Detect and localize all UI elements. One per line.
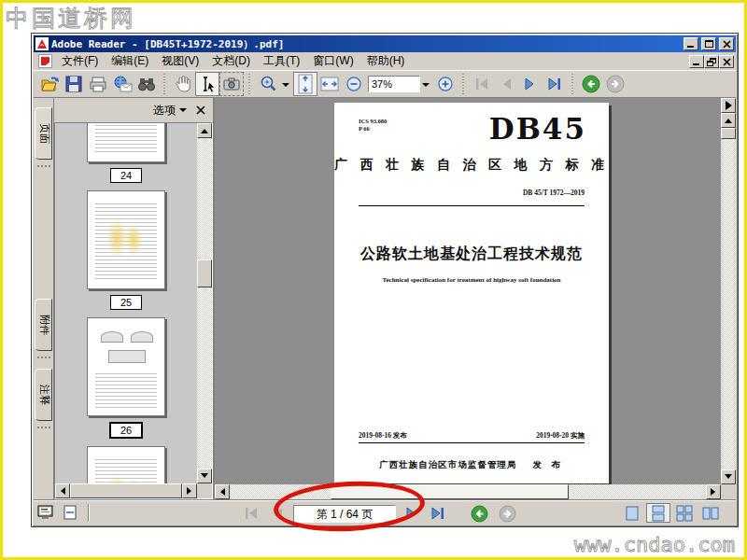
fit-width-button[interactable] [317,72,342,96]
standard-title: 广 西 壮 族 自 治 区 地 方 标 准 [334,157,609,174]
hand-tool-button[interactable] [171,72,195,96]
single-page-layout-button[interactable] [620,503,644,523]
document-vertical-scrollbar[interactable] [721,98,736,484]
thumbnail-page-25[interactable] [87,190,165,289]
email-button[interactable] [110,72,134,96]
tab-comments[interactable]: 注释 [35,369,52,421]
thumbnail-page-26[interactable] [87,317,165,416]
maximize-button[interactable] [701,37,716,50]
adobe-reader-app-icon [35,37,49,50]
scrollbar-corner [197,483,212,498]
facing-layout-icon [701,505,720,522]
scroll-right-button[interactable] [182,483,197,498]
scroll-up-button[interactable] [197,123,212,138]
publish-label: 发 布 [533,460,564,469]
minimize-button[interactable] [684,37,698,50]
zoom-tool-dropdown-icon[interactable] [282,83,289,91]
menu-help[interactable]: 帮助(H) [360,52,412,70]
zoom-level-dropdown-icon[interactable] [422,83,430,91]
zoom-in-button[interactable] [433,72,458,96]
watermark-site-name: 中国道桥网 [6,3,136,34]
open-folder-icon [39,75,60,93]
text-select-icon [198,75,217,93]
page-view-button[interactable] [62,505,78,521]
search-button[interactable] [134,72,159,96]
zoom-tool-button[interactable] [256,72,280,96]
scrollbar-thumb[interactable] [197,259,212,287]
first-page-icon [473,77,490,91]
print-button[interactable] [86,72,110,96]
go-forward-button[interactable] [603,72,627,96]
hand-icon [175,75,191,93]
pdf-cover-page: ICS 93.080 P 66 DB45 广 西 壮 族 自 治 区 地 方 标… [334,103,609,483]
scrollbar-thumb[interactable] [70,483,182,498]
save-floppy-icon [64,75,83,93]
scroll-up-button[interactable] [721,113,736,128]
next-page-button[interactable] [518,72,543,96]
thumbnail-vertical-scrollbar[interactable] [197,123,212,483]
scroll-down-button[interactable] [197,469,212,483]
tab-grip [37,427,50,431]
thumbnail-horizontal-scrollbar[interactable] [55,483,197,498]
scroll-left-button[interactable] [215,484,230,499]
panel-close-icon[interactable] [196,105,205,115]
standard-code: DB45 [489,112,586,146]
doc-minimize-button[interactable] [689,55,704,68]
menu-window[interactable]: 窗口(W) [306,52,359,70]
scrollbar-thumb[interactable] [721,128,736,139]
zoom-out-button[interactable] [342,72,366,96]
thumbnail-page-27[interactable] [87,446,165,483]
horizontal-rule [359,205,585,206]
save-button[interactable] [62,72,86,96]
go-forward-button[interactable] [497,503,517,524]
last-page-button[interactable] [428,503,448,524]
screen-mode-button[interactable] [37,505,54,521]
menu-document[interactable]: 文档(D) [205,52,257,70]
issuer-name: 广西壮族自治区市场监督管理局 [379,460,516,469]
email-globe-icon [112,75,133,93]
window-title: Adobe Reader - [DB45T+1972-2019）.pdf] [51,37,681,51]
page-24-label[interactable]: 24 [110,168,142,183]
first-page-button[interactable] [241,503,261,524]
continuous-layout-icon [651,505,666,522]
right-arrow-icon [725,101,732,110]
menu-tools[interactable]: 工具(T) [257,52,306,70]
first-page-button[interactable] [470,72,494,96]
ics-code: ICS 93.080 P 66 [359,118,387,133]
doc-restore-button[interactable] [704,55,719,68]
previous-page-button[interactable] [494,72,518,96]
tab-pages[interactable]: 页面 [35,107,52,160]
facing-layout-button[interactable] [698,503,723,523]
page-26-label[interactable]: 26 [109,422,143,439]
fit-page-button[interactable] [293,72,317,96]
options-menu-button[interactable]: 选项 [153,103,187,119]
last-page-button[interactable] [543,72,567,96]
tab-attachments[interactable]: 附件 [35,299,52,351]
toolbar-separator [570,74,576,94]
close-button[interactable] [719,37,734,50]
thumbnail-page-24[interactable] [87,123,165,162]
issue-date: 2019-08-16 发布 [359,431,407,441]
last-page-icon [430,506,446,521]
go-back-button[interactable] [469,503,489,524]
zoom-level-field[interactable]: 37% [368,76,420,92]
toolbar-separator [162,74,168,94]
open-button[interactable] [37,72,62,96]
page-25-label[interactable]: 25 [110,295,142,310]
scroll-down-button[interactable] [721,469,736,484]
magnifier-icon [259,75,277,93]
back-circle-icon [470,504,489,524]
continuous-layout-button[interactable] [646,503,670,523]
collapse-panel-button[interactable] [721,98,736,113]
scroll-right-button[interactable] [706,484,721,499]
menu-edit[interactable]: 编辑(E) [105,52,155,70]
go-back-button[interactable] [579,72,603,96]
scroll-left-button[interactable] [55,483,70,498]
menu-view[interactable]: 视图(V) [155,52,205,70]
continuous-facing-layout-button[interactable] [672,503,697,523]
scrollbar-corner [721,484,736,499]
select-tool-button[interactable] [195,72,219,96]
menu-file[interactable]: 文件(F) [55,52,105,70]
snapshot-tool-button[interactable] [219,72,244,96]
doc-close-button[interactable] [719,55,734,68]
